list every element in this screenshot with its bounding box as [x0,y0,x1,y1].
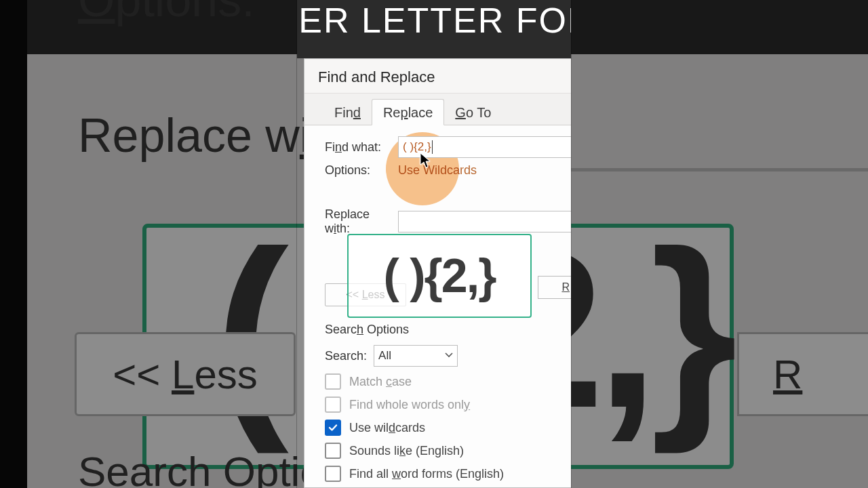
bg-right-button: R [737,332,868,416]
find-replace-dialog: Find and Replace Find Replace Go To Find… [304,58,571,488]
replace-with-input[interactable] [398,211,571,232]
bg-black-side [0,0,27,488]
search-scope-label: Search: [325,349,367,363]
text-caret [432,140,433,154]
video-strip: VER LETTER FOR Find and Replace Find Rep… [297,0,571,488]
dialog-title: Find and Replace [304,59,571,94]
word-forms-option[interactable]: Find all word forms (English) [325,466,571,482]
tab-replace[interactable]: Replace [372,99,444,125]
bg-options-label: Options: [78,0,255,27]
chevron-down-icon [445,349,453,363]
document-title-fragment: VER LETTER FOR [297,0,571,58]
use-wildcards-option[interactable]: Use wildcards [325,420,571,436]
find-what-value: ( ){2,} [403,140,431,154]
checkbox-unchecked-icon [325,466,341,482]
bg-less-button: << Less [75,332,296,416]
search-scope-value: All [378,349,391,363]
whole-words-option: Find whole words only [325,396,571,413]
pattern-zoom-text: ( ){2,} [384,249,496,303]
tab-find[interactable]: Find [323,100,372,125]
checkbox-unchecked-icon [325,373,341,390]
find-what-input[interactable]: ( ){2,} [398,136,571,158]
search-scope-select[interactable]: All [374,345,458,367]
tab-goto[interactable]: Go To [444,100,502,125]
sounds-like-option[interactable]: Sounds like (English) [325,443,571,459]
options-label: Options: [325,163,398,178]
search-options-header: Search Options [325,323,571,337]
match-case-option: Match case [325,373,571,390]
checkbox-checked-icon [325,420,341,436]
dialog-tabs: Find Replace Go To [304,94,571,125]
checkbox-unchecked-icon [325,396,341,413]
dialog-body: Find what: ( ){2,} Options: Use Wildcard… [304,125,571,488]
options-value: Use Wildcards [398,163,477,178]
find-what-label: Find what: [325,140,398,155]
checkbox-unchecked-icon [325,443,341,459]
pattern-zoom-overlay: ( ){2,} [347,234,532,318]
replace-button-fragment[interactable]: R [538,276,571,299]
replace-with-label: Replace with: [325,207,398,236]
